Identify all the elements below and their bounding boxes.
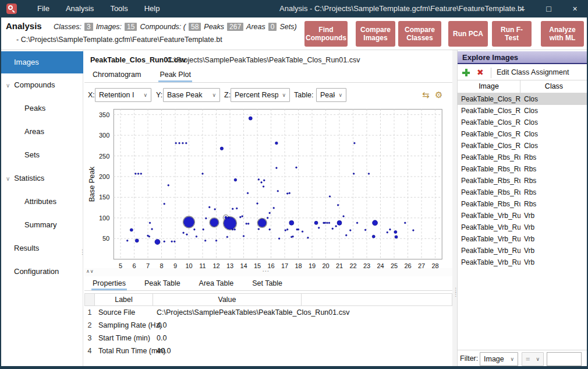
data-point: [226, 236, 228, 238]
list-item[interactable]: PeakTable_Vrb_Ru...Vrb: [458, 256, 587, 268]
menu-item-help[interactable]: Help: [136, 0, 168, 17]
list-item[interactable]: PeakTable_Rbs_Ru...Rbs: [458, 175, 587, 187]
sidebar-item-areas[interactable]: Areas: [1, 120, 83, 143]
list-item[interactable]: PeakTable_Clos_R...Clos: [458, 117, 587, 128]
class-name: Rbs: [520, 187, 587, 198]
list-item[interactable]: PeakTable_Vrb_Ru...Vrb: [458, 245, 587, 256]
tab-peak-table[interactable]: Peak Table: [143, 276, 182, 290]
tab-peak-plot[interactable]: Peak Plot: [158, 68, 192, 82]
data-point: [324, 222, 326, 224]
data-point: [394, 230, 397, 233]
maximize-button[interactable]: □: [536, 0, 562, 17]
image-name: PeakTable_Clos_R...: [458, 140, 520, 152]
class-name: Vrb: [520, 256, 587, 268]
sidebar-item-images[interactable]: Images: [1, 51, 83, 73]
edit-class-assignment-button[interactable]: Edit Class Assignment: [497, 68, 569, 76]
gear-icon[interactable]: ⚙: [435, 90, 442, 100]
data-point: [224, 217, 236, 230]
property-empty: [302, 332, 452, 345]
image-name: PeakTable_Vrb_Ru...: [458, 245, 520, 256]
chevron-down-icon: ∨: [212, 92, 216, 98]
label-column-header[interactable]: Label: [95, 293, 153, 306]
collapse-arrows-icon[interactable]: ∧∨: [86, 269, 94, 274]
compare-classes-button[interactable]: Compare Classes: [398, 21, 441, 47]
list-item[interactable]: PeakTable_Vrb_Ru...Vrb: [458, 210, 587, 222]
run-pca-button[interactable]: Run PCA: [448, 21, 488, 47]
sidebar-item-compounds[interactable]: ∨Compounds: [1, 73, 83, 97]
data-point: [286, 229, 288, 230]
image-name: PeakTable_Rbs_Ru...: [458, 152, 520, 163]
class-name: Vrb: [520, 245, 587, 256]
close-button[interactable]: ×: [562, 0, 588, 17]
filter-bar: Filter: Image∨ =∨: [458, 350, 587, 366]
tab-chromatogram[interactable]: Chromatogram: [91, 68, 142, 82]
sidebar-item-attributes[interactable]: Attributes: [1, 190, 83, 213]
menu-item-file[interactable]: File: [29, 0, 58, 17]
stat-label: Classes:: [54, 23, 82, 31]
z-axis-select[interactable]: Percent Response∨: [231, 88, 290, 102]
data-point: [372, 235, 375, 238]
data-point: [236, 208, 238, 209]
property-row[interactable]: 1Source FileC:\Projects\SamplePeakTables…: [84, 306, 452, 319]
swap-axes-icon[interactable]: ⇆: [422, 90, 430, 100]
list-item[interactable]: PeakTable_Clos_R...Clos: [458, 105, 587, 117]
list-item[interactable]: PeakTable_Rbs_Ru...Rbs: [458, 187, 587, 198]
stat-label: Areas: [246, 23, 265, 31]
list-item[interactable]: PeakTable_Rbs_Ru...Rbs: [458, 163, 587, 175]
sidebar-item-peaks[interactable]: Peaks: [1, 97, 83, 120]
vertical-splitter[interactable]: ⋮⋮: [452, 50, 457, 366]
filter-value-input[interactable]: [547, 352, 582, 366]
value-column-header[interactable]: Value: [153, 293, 302, 306]
compare-images-button[interactable]: Compare Images: [356, 21, 395, 47]
tab-area-table[interactable]: Area Table: [198, 276, 235, 290]
explore-image-list: PeakTable_Clos_R...ClosPeakTable_Clos_R.…: [458, 93, 587, 268]
menu-item-tools[interactable]: Tools: [102, 0, 136, 17]
list-item[interactable]: PeakTable_Rbs_Ru...Rbs: [458, 198, 587, 210]
table-select[interactable]: Peak∨: [316, 88, 346, 102]
list-item[interactable]: PeakTable_Vrb_Ru...Vrb: [458, 233, 587, 245]
data-point: [202, 173, 204, 175]
stat-label: Sets): [279, 23, 296, 31]
list-item[interactable]: PeakTable_Clos_R...Clos: [458, 140, 587, 152]
list-item[interactable]: PeakTable_Vrb_Ru...Vrb: [458, 222, 587, 233]
data-point: [269, 229, 271, 230]
row-number: 4: [84, 345, 95, 357]
menu-item-analysis[interactable]: Analysis: [58, 0, 102, 17]
class-column-header[interactable]: Class: [520, 80, 587, 93]
data-point: [354, 142, 356, 144]
data-point: [126, 240, 128, 242]
tab-set-table[interactable]: Set Table: [251, 276, 284, 290]
analyze-with-ml-button[interactable]: Analyze with ML: [541, 21, 584, 47]
remove-image-button[interactable]: ✖: [477, 68, 484, 77]
sidebar-item-configuration[interactable]: Configuration: [1, 260, 83, 283]
property-row[interactable]: 4Total Run Time (min)40.0: [84, 345, 452, 357]
list-item[interactable]: PeakTable_Clos_R...Clos: [458, 93, 587, 105]
list-item[interactable]: PeakTable_Clos_R...Clos: [458, 128, 587, 140]
filter-operator-select[interactable]: =∨: [522, 352, 544, 366]
sidebar-item-summary[interactable]: Summary: [1, 213, 83, 237]
find-compounds-button[interactable]: Find Compounds: [304, 21, 348, 47]
image-column-header[interactable]: Image: [458, 80, 520, 93]
horizontal-splitter[interactable]: ∧∨ ⋯: [84, 268, 452, 276]
property-row[interactable]: 2Sampling Rate (Hz)4.0: [84, 319, 452, 332]
property-row[interactable]: 3Start Time (min)0.0: [84, 332, 452, 345]
filter-field-select[interactable]: Image∨: [480, 352, 518, 366]
explore-column-headers: Image Class: [458, 80, 587, 93]
list-item[interactable]: PeakTable_Rbs_Ru...Rbs: [458, 152, 587, 163]
run-f-test-button[interactable]: Run F-Test: [492, 21, 532, 47]
minimize-button[interactable]: –: [509, 0, 536, 17]
data-point: [171, 241, 173, 243]
property-empty: [302, 345, 452, 357]
explore-images-panel: Explore Images ✖ Edit Class Assignment I…: [457, 50, 587, 366]
tab-properties[interactable]: Properties: [91, 276, 127, 290]
class-name: Vrb: [520, 233, 587, 245]
sidebar-item-sets[interactable]: Sets: [1, 143, 83, 167]
y-axis-select[interactable]: Base Peak∨: [163, 88, 220, 102]
data-point: [168, 185, 169, 187]
sidebar-item-results[interactable]: Results: [1, 237, 83, 260]
property-value: 0.0: [153, 332, 302, 345]
add-image-button[interactable]: [462, 68, 470, 77]
x-axis-select[interactable]: Retention I∨: [95, 88, 151, 102]
sidebar-item-statistics[interactable]: ∨Statistics: [1, 167, 83, 190]
peak-plot-chart[interactable]: 5678910111213141516171819202122232425262…: [86, 105, 452, 277]
